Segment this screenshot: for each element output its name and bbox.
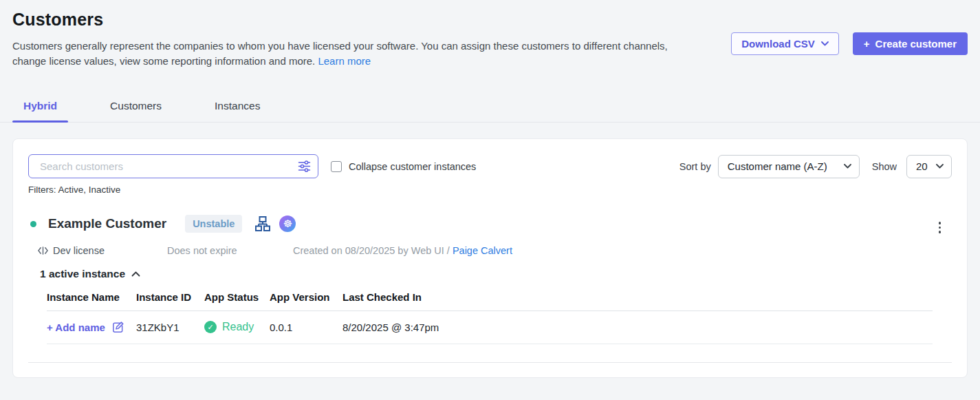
instances-table-header: Instance Name Instance ID App Status App… [47, 291, 933, 311]
tab-instances[interactable]: Instances [204, 93, 271, 122]
org-chart-icon [254, 215, 271, 232]
edit-icon[interactable] [111, 321, 124, 334]
customer-header-row: Example Customer Unstable ☸ [28, 212, 952, 236]
created-info: Created on 08/20/2025 by Web UI / Paige … [293, 245, 512, 256]
header-actions: Download CSV + Create customer [731, 32, 968, 55]
customer-name[interactable]: Example Customer [48, 216, 166, 231]
code-icon [38, 246, 48, 255]
show-value: 20 [916, 160, 928, 172]
page-description: Customers generally represent the compan… [12, 39, 676, 69]
license-row: Dev license Does not expire Created on 0… [28, 245, 952, 256]
license-expiry: Does not expire [167, 245, 265, 256]
tab-bar: Hybrid Customers Instances [0, 93, 980, 123]
add-instance-name-button[interactable]: + Add name [47, 321, 136, 334]
app-status-cell: ✓ Ready [204, 321, 270, 333]
sort-by-select[interactable]: Customer name (A-Z) [718, 155, 860, 178]
instance-id-cell: 31ZKbY1 [136, 322, 204, 333]
tab-hybrid[interactable]: Hybrid [12, 93, 68, 122]
kubernetes-icon: ☸ [279, 215, 296, 232]
customer-block-divider [28, 362, 952, 363]
sort-by-value: Customer name (A-Z) [728, 160, 827, 172]
page-header: Customers Customers generally represent … [0, 0, 980, 69]
col-app-status: App Status [204, 291, 270, 303]
plus-icon: + [864, 38, 870, 50]
check-circle-icon: ✓ [204, 321, 217, 333]
sort-by-label: Sort by [679, 161, 711, 172]
instances-summary-toggle[interactable]: 1 active instance [28, 268, 952, 280]
create-customer-label: Create customer [875, 38, 957, 50]
chevron-down-icon [844, 164, 851, 169]
col-app-version: App Version [270, 291, 342, 303]
license-type: Dev license [38, 245, 167, 256]
tab-customers[interactable]: Customers [99, 93, 173, 122]
col-last-checked-in: Last Checked In [342, 291, 933, 303]
chevron-up-icon [131, 271, 140, 277]
toolbar-right: Sort by Customer name (A-Z) Show 20 [679, 155, 952, 178]
channel-badge: Unstable [185, 215, 242, 233]
chevron-down-icon [936, 164, 944, 169]
created-by-link[interactable]: Paige Calvert [453, 245, 512, 256]
search-input[interactable] [28, 154, 318, 178]
col-instance-name: Instance Name [47, 291, 136, 303]
col-instance-id: Instance ID [136, 291, 204, 303]
instances-table: Instance Name Instance ID App Status App… [47, 291, 933, 344]
instances-summary-label: 1 active instance [40, 268, 125, 280]
collapse-instances-label: Collapse customer instances [349, 161, 476, 172]
download-csv-label: Download CSV [741, 38, 815, 50]
active-filters-label: Filters: Active, Inactive [28, 185, 952, 195]
customers-page: Customers Customers generally represent … [0, 0, 980, 400]
active-status-dot [30, 221, 36, 227]
customers-card: Collapse customer instances Sort by Cust… [12, 138, 968, 378]
collapse-instances-checkbox[interactable] [331, 161, 342, 172]
download-csv-button[interactable]: Download CSV [731, 32, 839, 55]
toolbar: Collapse customer instances Sort by Cust… [28, 154, 952, 178]
license-type-label: Dev license [53, 245, 105, 256]
customer-options-menu[interactable] [936, 219, 944, 236]
app-status-label: Ready [222, 321, 254, 333]
collapse-instances-toggle[interactable]: Collapse customer instances [331, 161, 476, 172]
created-text: Created on 08/20/2025 by Web UI / [293, 245, 450, 256]
chevron-down-icon [821, 41, 829, 46]
create-customer-button[interactable]: + Create customer [853, 32, 968, 55]
show-label: Show [872, 161, 897, 172]
instance-row: + Add name 31ZKbY1 ✓ Ready 0.0.1 8/2 [47, 311, 933, 344]
last-checked-in-cell: 8/20/2025 @ 3:47pm [342, 322, 933, 333]
show-select[interactable]: 20 [906, 155, 952, 178]
learn-more-link[interactable]: Learn more [318, 55, 371, 67]
search-wrap [28, 154, 318, 178]
filter-sliders-icon[interactable] [298, 160, 311, 176]
add-name-label: + Add name [47, 322, 105, 333]
app-version-cell: 0.0.1 [270, 322, 342, 333]
page-title: Customers [12, 10, 968, 30]
